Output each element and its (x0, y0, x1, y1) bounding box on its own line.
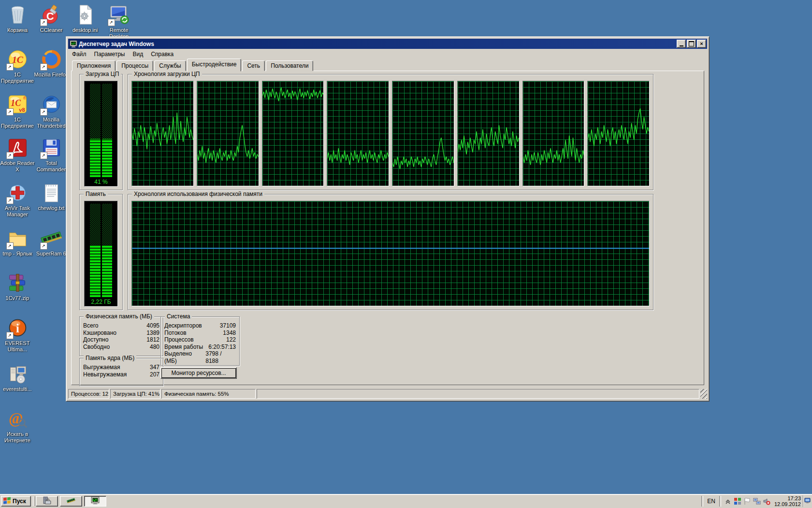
kernel-memory-row: Невыгружаемая207 (80, 371, 163, 378)
memory-meter-group-title: Память (84, 191, 108, 197)
svg-text:®: ® (23, 96, 26, 101)
system-row: Выделено (МБ)3798 / 8188 (161, 350, 239, 364)
menu-item-options[interactable]: Параметры (90, 50, 129, 59)
performance-tab-page: Загрузка ЦП 41 % Хронология загрузки ЦП … (71, 71, 704, 385)
memory-history-graph (131, 201, 650, 306)
desktop-icon-chewlog-txt[interactable]: chewlog.txt (34, 182, 69, 211)
desktop-icon-remote-desktop[interactable]: ↗Remote Desktop (102, 4, 136, 40)
svg-text:@: @ (8, 410, 23, 427)
tab-applications[interactable]: Приложения (72, 60, 116, 71)
stat-label: Свободно (83, 344, 110, 351)
stat-label: Процессов (164, 336, 194, 344)
desktop-icon-1c-enterprise-v8[interactable]: 1Сv8®↗1С Предприятие (0, 93, 35, 129)
desktop-icon-label: 1С Предприятие (0, 117, 35, 129)
stat-value: 3798 / 8188 (205, 350, 236, 364)
memory-usage-meter: 2,22 ГБ (84, 201, 118, 307)
desktop-icon-tmp-shortcut[interactable]: ↗tmp - Ярлык (0, 227, 35, 257)
kernel-memory-group: Память ядра (МБ) Выгружаемая347Невыгружа… (79, 358, 163, 386)
tray-anvir-tray-icon[interactable] (734, 497, 741, 505)
tray-volume-muted-icon[interactable] (763, 497, 770, 505)
tray-clock[interactable]: 17:23 12.09.2012 (774, 495, 803, 507)
physical-memory-row: Кэшировано1389 (80, 329, 163, 337)
shortcut-arrow-overlay: ↗ (6, 152, 14, 159)
stat-label: Потоков (164, 329, 187, 337)
stat-value: 122 (226, 336, 236, 344)
desktop-icon-anvir-task-manager[interactable]: ↗AnVir Task Manager (0, 182, 35, 218)
system-row: Потоков1348 (161, 329, 239, 337)
desktop-icon-desktop-ini[interactable]: desktop.ini (68, 4, 102, 33)
menu-item-view[interactable]: Вид (129, 50, 147, 59)
taskbar-button-anvir-task-manager[interactable] (36, 496, 58, 507)
show-desktop-icon (804, 497, 811, 505)
tab-services[interactable]: Службы (154, 60, 186, 71)
stat-label: Всего (83, 322, 98, 329)
shortcut-arrow-overlay: ↗ (6, 108, 14, 116)
cpu-usage-group: Загрузка ЦП 41 % (79, 74, 123, 190)
system-row: Процессов122 (161, 336, 239, 344)
1cv77-zip-icon (7, 272, 29, 294)
tab-network[interactable]: Сеть (242, 60, 265, 71)
resource-monitor-button[interactable]: Монитор ресурсов... (160, 367, 237, 379)
everest-installer-icon (7, 363, 29, 385)
stat-label: Дескрипторов (164, 322, 202, 329)
desktop-icon-mozilla-firefox[interactable]: ↗Mozilla Firefox (34, 48, 69, 78)
adobe-reader-x-icon: ↗ (7, 137, 29, 159)
cpu-history-group-title: Хронология загрузки ЦП (132, 71, 202, 77)
desktop-icon-label: Корзина (0, 27, 35, 33)
desktop-icon-label: Искать в Интернете (0, 431, 35, 444)
clock-date: 12.09.2012 (774, 501, 801, 507)
taskbar-grip[interactable] (33, 496, 35, 506)
desktop-icon-label: 1С Предприятие (0, 72, 35, 84)
svg-text:i: i (16, 322, 19, 335)
stat-label: Выделено (МБ) (164, 350, 205, 364)
tab-users[interactable]: Пользователи (266, 60, 313, 71)
tray-network-icon[interactable] (753, 497, 761, 505)
tray-flag-icon[interactable] (743, 497, 751, 505)
taskbar-button-task-manager[interactable] (84, 496, 106, 507)
maximize-button[interactable] (687, 40, 696, 48)
tab-strip: ПриложенияПроцессыСлужбыБыстродействиеСе… (72, 60, 314, 71)
stat-label: Выгружаемая (83, 364, 120, 371)
close-button[interactable]: × (697, 40, 706, 48)
desktop-icon-superram-6[interactable]: ↗SuperRam 6 (34, 227, 69, 257)
system-row: Время работы6:20:57:13 (161, 344, 239, 351)
desktop-icon-ccleaner[interactable]: C↗CCleaner (34, 4, 69, 33)
menu-item-help[interactable]: Справка (147, 50, 177, 59)
task-manager-app-icon (70, 40, 77, 48)
language-indicator[interactable]: EN (705, 498, 717, 505)
menu-item-file[interactable]: Файл (68, 50, 90, 59)
minimize-button[interactable] (677, 40, 686, 48)
desktop-icon-label: tmp - Ярлык (0, 251, 35, 257)
anvir-task-manager-icon (43, 496, 51, 507)
mozilla-thunderbird-icon: ↗ (41, 93, 62, 115)
show-desktop-button[interactable] (803, 495, 811, 507)
tab-processes[interactable]: Процессы (116, 60, 153, 71)
taskbar-button-superram[interactable] (60, 496, 82, 507)
desktop-icon-label: Adobe Reader X (0, 160, 35, 173)
desktop-icon-everest-installer[interactable]: everestulti... (0, 363, 35, 392)
stat-value: 347 (150, 364, 160, 371)
title-bar[interactable]: Диспетчер задач Windows × (68, 39, 707, 49)
desktop-icon-recycle-bin[interactable]: Корзина (0, 4, 35, 33)
tray-chevron-up-icon[interactable] (724, 497, 732, 505)
start-button[interactable]: Пуск (1, 496, 31, 507)
tab-performance[interactable]: Быстродействие (187, 59, 242, 72)
desktop-icon-1c-enterprise[interactable]: 1С↗1С Предприятие (0, 48, 35, 84)
desktop-icon-label: AnVir Task Manager (0, 205, 35, 218)
status-bar: Процессов: 122Загрузка ЦП: 41%Физическая… (68, 389, 707, 399)
shortcut-arrow-overlay: ↗ (40, 19, 47, 26)
desktop-icon-mozilla-thunderbird[interactable]: ↗Mozilla Thunderbird (34, 93, 69, 129)
desktop-icon-search-internet[interactable]: @Искать в Интернете (0, 408, 35, 444)
desktop-icon-everest-ultimate[interactable]: i↗EVEREST Ultima... (0, 317, 35, 353)
cpu-history-group: Хронология загрузки ЦП (128, 74, 653, 190)
windows-flag-icon (3, 496, 11, 506)
memory-meter-column (90, 204, 101, 297)
resize-grip[interactable] (700, 389, 707, 399)
desktop-icon-total-commander[interactable]: ↗Total Commander (34, 137, 69, 173)
desktop-icon-1cv77-zip[interactable]: 1Cv77.zip (0, 272, 35, 301)
desktop-icon-label: 1Cv77.zip (0, 295, 35, 301)
desktop-icon-adobe-reader-x[interactable]: ↗Adobe Reader X (0, 137, 35, 173)
shortcut-arrow-overlay: ↗ (40, 242, 47, 250)
cpu-meter-column (102, 84, 113, 177)
shortcut-arrow-overlay: ↗ (6, 242, 14, 250)
